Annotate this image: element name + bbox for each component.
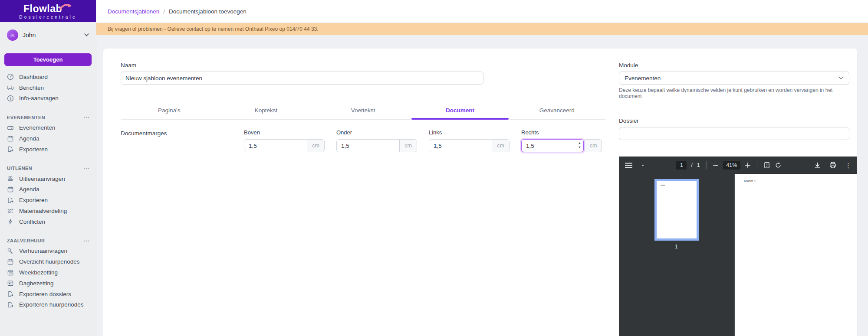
module-label: Module [619,62,849,69]
pdf-viewer: - 1 / 1 41% [619,157,857,336]
pdf-page-number-box[interactable]: 1 [676,161,687,170]
margin-field-boven: Boven cm [244,129,325,152]
section-uitlenen: UITLENEN ⋯ [0,163,96,173]
section-evenementen: EVENEMENTEN ⋯ [0,112,96,122]
sidebar-item-label: Weekbezetting [19,269,58,276]
module-select[interactable]: Evenementen [619,72,849,85]
toolbar-divider [706,161,707,169]
sidebar-item-weekbezetting[interactable]: Weekbezetting [0,267,96,278]
zoom-level-box[interactable]: 41% [723,161,740,170]
chart-icon [7,207,14,214]
tab-voettekst[interactable]: Voettekst [315,104,411,119]
margin-label: Onder [336,129,417,136]
calendar-icon [7,135,14,142]
more-options-icon[interactable]: ⋮ [845,162,852,169]
pdf-canvas[interactable]: Kolom 1 [734,174,857,336]
form-left-column: Naam Pagina's Koptekst Voettekst Documen… [103,49,614,336]
sidebar-item-exporteren-uitlenen[interactable]: Exporteren [0,195,96,206]
print-icon[interactable] [829,162,836,169]
breadcrumb: Documentsjablonen / Documentsjabloon toe… [96,0,868,23]
sidebar-item-dashboard[interactable]: Dashboard [0,72,96,82]
section-title: UITLENEN [7,166,32,171]
sidebar-item-agenda-uitlenen[interactable]: Agenda [0,184,96,195]
fit-page-icon[interactable] [763,162,770,169]
pdf-toolbar: - 1 / 1 41% [619,157,857,174]
sidebar-item-label: Info-aanvragen [19,95,59,101]
sidebar-item-info-aanvragen[interactable]: Info-aanvragen [0,93,96,104]
sidebar-item-label: Verhuuraanvragen [19,248,67,254]
margin-input-boven[interactable] [244,140,307,152]
tab-geavanceerd[interactable]: Geavanceerd [509,104,605,119]
pdf-menu-icon[interactable] [625,163,632,168]
pdf-page-text: Kolom 1 [735,174,857,183]
sidebar-item-label: Berichten [19,85,44,91]
tab-bar: Pagina's Koptekst Voettekst Document Gea… [121,104,605,120]
export-icon [7,290,14,297]
unit-label: cm [492,140,509,152]
sidebar-item-evenementen[interactable]: Evenementen [0,122,96,133]
zoom-in-icon[interactable] [745,162,751,168]
sidebar-item-overzicht-huurperiodes[interactable]: Overzicht huurperiodes [0,256,96,267]
sidebar-item-berichten[interactable]: Berichten [0,82,96,93]
margin-label: Links [429,129,510,136]
number-spinner[interactable]: ▲▼ [578,141,581,150]
sidebar-item-label: Exporteren dossiers [19,291,71,297]
user-menu[interactable]: JL John [0,22,96,48]
sidebar-item-materiaalverdeling[interactable]: Materiaalverdeling [0,206,96,216]
pdf-page-separator: / [691,162,692,168]
tab-document[interactable]: Document [411,104,508,119]
sidebar-item-label: Conflicten [19,219,45,225]
section-menu-icon[interactable]: ⋯ [84,165,90,172]
sidebar-item-exporteren-evenementen[interactable]: Exporteren [0,144,96,155]
margin-input-onder[interactable] [337,140,399,152]
sidebar-item-conflicten[interactable]: Conflicten [0,216,96,227]
pdf-page: Kolom 1 [735,174,857,336]
section-menu-icon[interactable]: ⋯ [84,238,90,244]
rotate-icon[interactable] [775,162,782,169]
calendar-icon [7,258,14,265]
export-icon [7,197,14,204]
bolt-icon [7,218,14,225]
margin-field-onder: Onder cm [336,129,417,152]
margin-input-rechts[interactable] [521,139,584,152]
chevron-down-icon [84,33,89,36]
sidebar-item-exporteren-huurperiodes[interactable]: Exporteren huurperiodes [0,300,96,310]
ticket-icon [7,124,14,131]
sidebar-item-agenda-evenementen[interactable]: Agenda [0,133,96,144]
user-name: John [23,32,36,39]
margin-input-links[interactable] [429,140,492,152]
pdf-document-title: - [642,162,644,168]
sidebar-item-exporteren-dossiers[interactable]: Exporteren dossiers [0,289,96,300]
scanner-icon [7,175,14,182]
pdf-thumbnail-page-1[interactable] [654,179,699,241]
unit-label: cm [585,139,602,152]
zoom-out-icon[interactable] [713,162,719,168]
main-area: Documentsjablonen / Documentsjabloon toe… [96,0,868,336]
sidebar-nav: Dashboard Berichten Info-aanvragen EVENE… [0,72,96,310]
export-icon [7,146,14,153]
unit-label: cm [399,140,417,152]
gauge-icon [7,73,14,80]
margin-field-rechts: Rechts ▲▼ cm [521,129,602,152]
module-select-value: Evenementen [625,75,661,82]
section-menu-icon[interactable]: ⋯ [84,114,90,121]
sidebar: Flowlab Dossiercentrale JL John Toevoege… [0,0,96,336]
add-button[interactable]: Toevoegen [4,53,92,66]
sidebar-item-label: Evenementen [19,124,55,131]
breadcrumb-link[interactable]: Documentsjablonen [108,8,159,15]
key-icon [7,248,14,254]
tab-paginas[interactable]: Pagina's [121,104,217,119]
margin-label: Rechts [521,129,602,136]
naam-input[interactable] [121,72,483,85]
sidebar-item-verhuuraanvragen[interactable]: Verhuuraanvragen [0,246,96,257]
dossier-input[interactable] [619,127,849,140]
sidebar-item-dagbezetting[interactable]: Dagbezetting [0,278,96,289]
tab-koptekst[interactable]: Koptekst [217,104,314,119]
margin-label: Boven [244,129,325,136]
info-icon [7,95,14,102]
sidebar-item-label: Dashboard [19,74,48,80]
download-icon[interactable] [814,162,821,169]
sidebar-item-label: Exporteren [19,197,48,203]
calendar-icon [7,186,14,193]
sidebar-item-uitleenaanvragen[interactable]: Uitleenaanvragen [0,173,96,184]
